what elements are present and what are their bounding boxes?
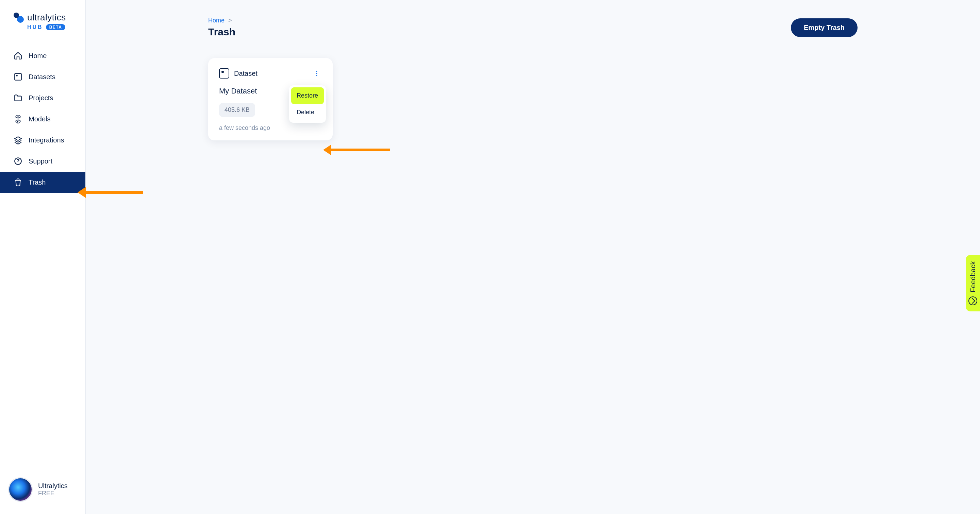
restore-menu-item[interactable]: Restore xyxy=(291,87,324,104)
help-icon xyxy=(14,157,22,165)
sidebar-item-projects[interactable]: Projects xyxy=(0,87,85,108)
empty-trash-button[interactable]: Empty Trash xyxy=(791,18,858,37)
feedback-tab[interactable]: Feedback xyxy=(966,255,980,311)
annotation-arrow-trash xyxy=(85,191,143,194)
beta-badge: BETA xyxy=(46,24,66,30)
svg-point-3 xyxy=(18,163,18,163)
breadcrumb: Home > xyxy=(208,17,235,24)
user-box[interactable]: Ultralytics FREE xyxy=(0,468,85,514)
svg-point-1 xyxy=(16,75,18,76)
svg-rect-0 xyxy=(14,73,21,80)
sidebar-item-integrations[interactable]: Integrations xyxy=(0,130,85,151)
home-icon xyxy=(14,51,22,60)
user-name: Ultralytics xyxy=(38,482,68,490)
card-timestamp: a few seconds ago xyxy=(219,124,322,132)
brand-mark-icon xyxy=(14,13,24,23)
dataset-card[interactable]: Dataset My Dataset 405.6 KB a few second… xyxy=(208,58,332,140)
image-icon xyxy=(14,72,22,81)
page-title: Trash xyxy=(208,26,235,38)
dataset-icon xyxy=(219,68,229,79)
sidebar-item-label: Trash xyxy=(29,178,46,186)
folder-icon xyxy=(14,94,22,102)
sidebar-item-support[interactable]: Support xyxy=(0,151,85,172)
brand-hub: HUB xyxy=(27,24,43,30)
svg-point-4 xyxy=(316,71,317,72)
breadcrumb-separator: > xyxy=(226,17,232,24)
sidebar-item-datasets[interactable]: Datasets xyxy=(0,66,85,87)
command-icon xyxy=(14,114,22,124)
card-size: 405.6 KB xyxy=(219,103,255,117)
main: Home > Trash Empty Trash Dataset My Data… xyxy=(86,0,980,514)
sidebar-item-label: Home xyxy=(29,52,46,60)
svg-point-6 xyxy=(316,75,317,76)
card-menu-button[interactable] xyxy=(312,68,322,79)
sidebar-item-label: Integrations xyxy=(29,136,64,144)
annotation-arrow-restore xyxy=(331,149,390,151)
sidebar-item-trash[interactable]: Trash xyxy=(0,172,85,193)
card-type: Dataset xyxy=(234,70,258,78)
sidebar: ultralytics HUB BETA Home Datasets Proje… xyxy=(0,0,86,514)
feedback-label: Feedback xyxy=(969,261,977,292)
avatar xyxy=(8,477,33,502)
delete-menu-item[interactable]: Delete xyxy=(291,104,324,121)
layers-icon xyxy=(14,136,22,144)
sidebar-nav: Home Datasets Projects Models Integratio… xyxy=(0,45,85,193)
sidebar-item-models[interactable]: Models xyxy=(0,108,85,130)
card-context-menu: Restore Delete xyxy=(289,85,326,123)
brand-logo[interactable]: ultralytics HUB BETA xyxy=(0,0,85,45)
sidebar-item-label: Models xyxy=(29,115,50,123)
brand-name: ultralytics xyxy=(27,12,66,23)
sidebar-item-label: Support xyxy=(29,157,52,165)
svg-point-5 xyxy=(316,73,317,74)
sidebar-item-label: Datasets xyxy=(29,73,56,81)
sidebar-item-label: Projects xyxy=(29,94,53,102)
sidebar-item-home[interactable]: Home xyxy=(0,45,85,66)
breadcrumb-home[interactable]: Home xyxy=(208,17,224,24)
feedback-icon xyxy=(969,297,977,305)
trash-icon xyxy=(14,178,22,187)
user-plan: FREE xyxy=(38,490,68,497)
header: Home > Trash Empty Trash xyxy=(86,0,980,48)
